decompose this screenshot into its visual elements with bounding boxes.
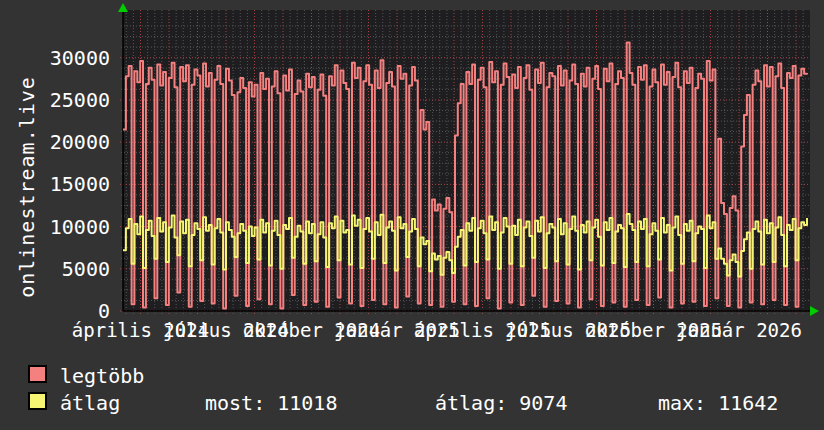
y-axis-arrow-icon <box>118 3 128 12</box>
stat-most: most: 11018 <box>205 391 337 415</box>
y-tick-label: 10000 <box>0 214 110 238</box>
legend-swatch-legtobb <box>28 365 47 383</box>
y-tick-label: 20000 <box>0 130 110 154</box>
y-tick-label: 30000 <box>0 45 110 69</box>
stat-atlag: átlag: 9074 <box>435 391 567 415</box>
y-tick-label: 5000 <box>0 256 110 280</box>
y-tick-label: 15000 <box>0 172 110 196</box>
legend-label-atlag: átlag <box>60 391 120 415</box>
stat-max: max: 11642 <box>658 391 778 415</box>
y-tick-label: 25000 <box>0 87 110 111</box>
x-axis-arrow-icon <box>810 306 819 316</box>
legend-label-legtobb: legtöbb <box>60 364 144 388</box>
legend-swatch-atlag <box>28 392 47 410</box>
x-tick-label: január 2026 <box>676 319 802 341</box>
